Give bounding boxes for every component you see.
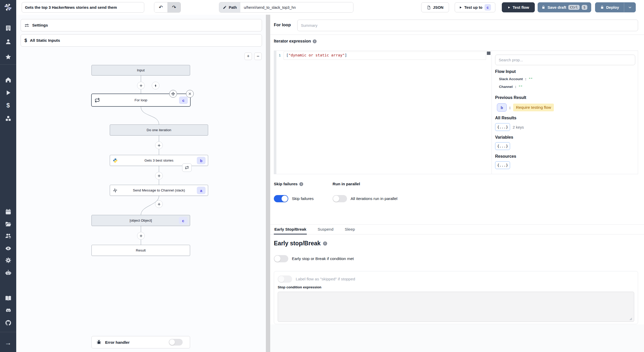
json-button[interactable]: JSON bbox=[421, 2, 449, 12]
tab-label: Sleep bbox=[345, 227, 355, 232]
save-draft-button[interactable]: Save draft Ctrl S bbox=[538, 2, 591, 12]
object-expand-badge[interactable]: {...} bbox=[495, 142, 510, 150]
sidebar-discord-button[interactable] bbox=[5, 307, 12, 314]
code-string: "dynamic or static array" bbox=[289, 53, 345, 57]
editor-code-line[interactable]: ["dynamic or static array"] bbox=[286, 53, 347, 57]
pencil-icon bbox=[223, 5, 227, 9]
play-icon bbox=[507, 6, 511, 9]
info-icon[interactable]: i bbox=[313, 39, 317, 43]
sidebar-settings-button[interactable] bbox=[5, 257, 12, 264]
loop-iteration-button[interactable] bbox=[182, 163, 192, 172]
plus-icon bbox=[157, 144, 161, 147]
tab-suspend[interactable]: Suspend bbox=[317, 225, 334, 234]
add-step-button[interactable] bbox=[137, 232, 145, 240]
step-config-panel: For loop Iterator expression i 1 ["dynam… bbox=[270, 15, 644, 352]
add-step-button[interactable] bbox=[155, 172, 163, 180]
prop-value: "" bbox=[519, 85, 523, 89]
discord-icon bbox=[5, 307, 12, 314]
repeat-icon bbox=[185, 166, 189, 170]
sidebar-runs-button[interactable] bbox=[5, 89, 12, 96]
sidebar-groups-button[interactable] bbox=[5, 232, 12, 239]
repeat-icon bbox=[95, 97, 100, 103]
flow-input-title: Flow Input bbox=[495, 69, 516, 74]
prop-key: Channel bbox=[499, 85, 513, 89]
add-step-button[interactable] bbox=[155, 200, 163, 208]
early-stop-toggle[interactable] bbox=[274, 255, 288, 262]
lock-icon bbox=[541, 5, 545, 9]
info-icon[interactable]: i bbox=[323, 241, 327, 246]
add-trigger-button[interactable] bbox=[152, 82, 159, 89]
sidebar-github-button[interactable] bbox=[5, 319, 12, 326]
sidebar-docs-button[interactable] bbox=[5, 295, 12, 301]
prop-row-channel[interactable]: Channel : "" bbox=[499, 85, 522, 89]
node-label: For loop bbox=[134, 98, 147, 102]
previous-result-warning: Require testing flow bbox=[513, 104, 554, 111]
prop-row-slack-account[interactable]: Slack Account : "" bbox=[499, 77, 533, 81]
undo-button[interactable]: ↶ bbox=[154, 2, 168, 12]
deploy-more-button[interactable] bbox=[624, 3, 635, 12]
sidebar-folders-button[interactable] bbox=[5, 221, 12, 228]
sidebar-audit-button[interactable] bbox=[5, 245, 12, 252]
delete-step-button[interactable] bbox=[186, 90, 194, 98]
node-do-one-iteration[interactable]: Do one iteration bbox=[110, 124, 208, 136]
sidebar-user-button[interactable] bbox=[5, 38, 12, 45]
sidebar-expand-button[interactable]: → bbox=[5, 339, 12, 346]
object-expand-badge[interactable]: {...} bbox=[495, 123, 510, 131]
resources-title: Resources bbox=[495, 154, 516, 159]
node-label: Gets 3 best stories bbox=[145, 158, 174, 162]
error-handler-bar[interactable]: Error handler bbox=[91, 336, 190, 348]
flow-props-panel: Flow Input Slack Account : "" Channel : … bbox=[492, 51, 638, 174]
sidebar-divider bbox=[0, 332, 16, 332]
windmill-logo-icon[interactable] bbox=[4, 3, 12, 12]
add-step-button[interactable] bbox=[155, 141, 163, 149]
node-input[interactable]: Input bbox=[91, 65, 190, 76]
move-step-button[interactable] bbox=[169, 90, 177, 98]
arrow-right-icon: → bbox=[5, 339, 12, 347]
node-result[interactable]: Result bbox=[91, 245, 190, 256]
step-name-label: For loop bbox=[274, 22, 291, 27]
node-label: Send Message to Channel (slack) bbox=[133, 188, 185, 192]
step-id-badge: a bbox=[197, 187, 206, 194]
sidebar-resources-button[interactable] bbox=[5, 115, 12, 122]
tab-sleep[interactable]: Sleep bbox=[344, 225, 355, 234]
close-icon bbox=[188, 92, 192, 96]
redo-button[interactable]: ↷ bbox=[168, 2, 181, 12]
path-chip[interactable]: Path bbox=[219, 2, 240, 12]
error-handler-toggle[interactable] bbox=[169, 339, 183, 346]
node-collect-result[interactable]: [object Object] c bbox=[91, 215, 190, 226]
early-stop-heading: Early stop/Break bbox=[274, 240, 321, 247]
sidebar-home-button[interactable] bbox=[5, 76, 12, 83]
tab-early-stop-break[interactable]: Early Stop/Break bbox=[274, 225, 307, 234]
label-skipped-toggle[interactable] bbox=[278, 275, 292, 283]
step-id-badge: c bbox=[179, 96, 188, 104]
previous-result-step-badge[interactable]: b bbox=[497, 103, 507, 112]
test-flow-button[interactable]: Test flow bbox=[502, 2, 535, 12]
deploy-button[interactable]: Deploy bbox=[595, 5, 624, 10]
all-results-row: {...} 2 keys bbox=[495, 123, 524, 131]
sidebar-favorites-button[interactable] bbox=[5, 53, 12, 60]
sidebar-workspace-button[interactable] bbox=[5, 24, 12, 31]
sidebar-variables-button[interactable]: $ bbox=[5, 102, 12, 109]
node-send-message-slack[interactable]: Send Message to Channel (slack) a bbox=[110, 185, 208, 196]
chevron-down-icon bbox=[628, 5, 632, 9]
sidebar-ai-button[interactable] bbox=[5, 269, 12, 276]
panel-resize-handle[interactable] bbox=[266, 15, 270, 352]
summary-input[interactable] bbox=[297, 20, 638, 31]
skip-failures-toggle[interactable] bbox=[274, 195, 288, 202]
info-icon[interactable]: i bbox=[299, 182, 303, 186]
node-label: Input bbox=[137, 68, 145, 72]
stop-condition-textarea[interactable] bbox=[278, 292, 634, 322]
add-step-button[interactable] bbox=[137, 82, 145, 89]
path-input[interactable] bbox=[240, 2, 353, 12]
sidebar-schedules-button[interactable] bbox=[5, 208, 12, 215]
test-up-to-button[interactable]: Test up to c bbox=[455, 2, 495, 12]
node-gets-3-best-stories[interactable]: Gets 3 best stories b bbox=[110, 155, 208, 166]
resize-handle-icon[interactable] bbox=[629, 317, 632, 320]
plus-icon bbox=[157, 202, 161, 206]
path-group: Path bbox=[219, 2, 353, 13]
run-parallel-toggle[interactable] bbox=[333, 195, 347, 202]
search-prop-input[interactable] bbox=[495, 55, 635, 65]
flow-title-input[interactable] bbox=[22, 2, 144, 13]
object-expand-badge[interactable]: {...} bbox=[495, 161, 510, 169]
bolt-icon bbox=[154, 84, 158, 88]
